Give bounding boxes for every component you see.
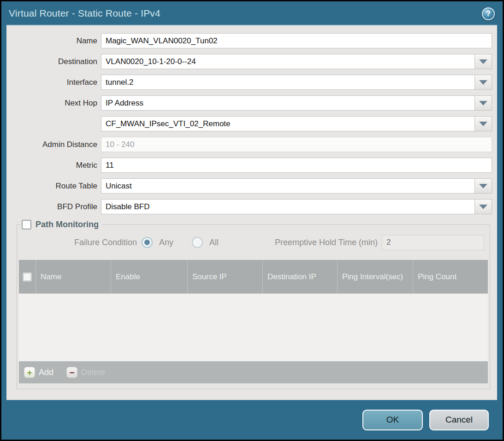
form-row-name: Name — [6, 33, 492, 48]
table-header-destination-ip: Destination IP — [262, 260, 337, 294]
radio-option-any: Any — [142, 237, 173, 248]
path-monitoring-table: Name Enable Source IP Destination IP Pin… — [19, 260, 488, 383]
failure-condition-row: Failure Condition Any All Preemptive Hol… — [18, 234, 484, 251]
next-hop-label: Next Hop — [6, 99, 101, 108]
dialog-title: Virtual Router - Static Route - IPv4 — [9, 1, 160, 25]
add-button[interactable]: + Add — [24, 367, 53, 378]
destination-dropdown-button[interactable] — [475, 54, 492, 69]
bfd-profile-dropdown-button[interactable] — [475, 199, 492, 214]
interface-label: Interface — [6, 78, 101, 87]
table-header-name: Name — [36, 260, 111, 294]
name-label: Name — [6, 36, 101, 46]
bfd-profile-input[interactable] — [101, 199, 475, 214]
add-button-label: Add — [39, 368, 53, 377]
ok-button[interactable]: OK — [362, 410, 423, 430]
dialog-footer: OK Cancel — [1, 400, 503, 440]
metric-label: Metric — [6, 161, 101, 170]
dialog-body: Name Destination Interface — [6, 25, 497, 400]
radio-option-all: All — [192, 237, 219, 248]
all-radio[interactable] — [192, 237, 203, 248]
path-monitoring-section: Path Monitoring Failure Condition Any Al… — [17, 220, 490, 389]
minus-icon: − — [66, 367, 77, 378]
destination-input[interactable] — [101, 54, 475, 69]
chevron-down-icon — [479, 59, 487, 64]
table-toolbar: + Add − Delete — [19, 361, 488, 383]
next-hop-address-input[interactable] — [101, 116, 475, 131]
any-radio-label: Any — [159, 238, 173, 247]
table-header-enable: Enable — [111, 260, 187, 294]
form-row-destination: Destination — [6, 54, 492, 69]
dialog-window: Virtual Router - Static Route - IPv4 ? N… — [0, 0, 504, 441]
form-row-interface: Interface — [6, 75, 492, 90]
table-header-row: Name Enable Source IP Destination IP Pin… — [19, 260, 488, 294]
chevron-down-icon — [479, 184, 487, 188]
route-table-label: Route Table — [6, 182, 101, 191]
form-row-bfd-profile: BFD Profile — [6, 199, 492, 214]
chevron-down-icon — [479, 80, 487, 85]
cancel-button[interactable]: Cancel — [429, 410, 489, 430]
path-monitoring-title: Path Monitoring — [36, 220, 99, 229]
interface-input[interactable] — [101, 75, 475, 90]
interface-dropdown-button[interactable] — [475, 75, 492, 90]
chevron-down-icon — [479, 205, 487, 209]
bfd-profile-label: BFD Profile — [6, 202, 101, 212]
preemptive-hold-time-label: Preemptive Hold Time (min) — [237, 238, 382, 247]
all-radio-label: All — [209, 238, 219, 247]
plus-icon: + — [24, 367, 35, 378]
form-row-next-hop-address — [6, 116, 492, 131]
next-hop-type-input[interactable] — [101, 95, 475, 111]
any-radio[interactable] — [142, 237, 153, 248]
path-monitoring-legend: Path Monitoring — [21, 220, 102, 229]
metric-input[interactable] — [101, 158, 492, 173]
dialog-frame: Virtual Router - Static Route - IPv4 ? N… — [1, 1, 503, 440]
form-row-next-hop: Next Hop — [6, 95, 492, 111]
admin-distance-input[interactable] — [101, 137, 492, 152]
path-monitoring-checkbox[interactable] — [22, 220, 31, 229]
form-row-admin-distance: Admin Distance — [6, 137, 492, 152]
route-table-dropdown-button[interactable] — [475, 178, 492, 194]
chevron-down-icon — [479, 122, 487, 126]
delete-button-label: Delete — [81, 368, 105, 377]
next-hop-dropdown-button[interactable] — [475, 95, 492, 111]
table-header-source-ip: Source IP — [187, 260, 262, 294]
table-header-ping-count: Ping Count — [413, 260, 488, 294]
titlebar: Virtual Router - Static Route - IPv4 ? — [1, 1, 503, 25]
chevron-down-icon — [479, 101, 487, 106]
radio-dot-icon — [144, 240, 150, 245]
name-input[interactable] — [101, 33, 492, 48]
failure-condition-label: Failure Condition — [18, 238, 142, 247]
route-table-input[interactable] — [101, 178, 475, 194]
delete-button[interactable]: − Delete — [66, 367, 105, 378]
form-row-route-table: Route Table — [6, 178, 492, 194]
next-hop-address-dropdown-button[interactable] — [475, 116, 492, 131]
destination-label: Destination — [6, 57, 101, 66]
select-all-checkbox[interactable] — [23, 272, 32, 282]
table-header-ping-interval: Ping Interval(sec) — [337, 260, 413, 294]
form-row-metric: Metric — [6, 158, 492, 173]
help-icon[interactable]: ? — [482, 7, 495, 20]
table-header-select — [19, 260, 36, 294]
table-body-empty — [19, 294, 488, 361]
preemptive-hold-time-input[interactable] — [382, 235, 484, 250]
admin-distance-label: Admin Distance — [6, 140, 101, 149]
